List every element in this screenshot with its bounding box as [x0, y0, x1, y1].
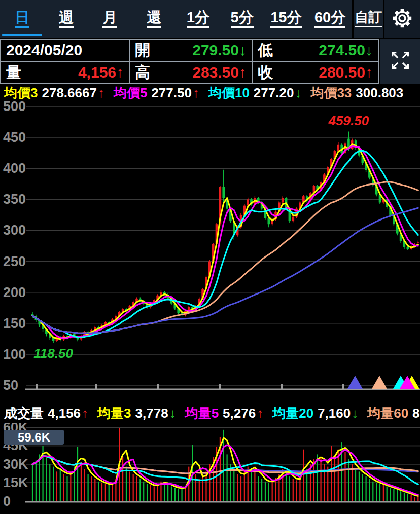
- legend-item: 均價3278.6667↑: [4, 84, 104, 101]
- date-cell: 2024/05/20: [1, 40, 129, 61]
- volume-max-badge: 59.6K: [4, 430, 64, 445]
- volume-arrow-icon: ↑: [116, 64, 124, 81]
- legend-item: 均量207,160↓: [272, 405, 358, 422]
- legend-item: 均量55,276↑: [185, 405, 264, 422]
- legend-ma-value: 277.50: [151, 85, 192, 101]
- open-cell: 開 279.50 ↓: [130, 40, 252, 61]
- tab-week[interactable]: 週: [44, 0, 88, 38]
- svg-text:350: 350: [3, 192, 26, 207]
- high-annotation: 459.50: [328, 113, 369, 128]
- high-value: 283.50: [192, 64, 239, 81]
- legend-ma-value: 4,156: [48, 406, 81, 421]
- svg-text:500: 500: [3, 101, 26, 114]
- legend-trend-arrow-icon: ↑: [193, 85, 199, 101]
- svg-text:250: 250: [3, 254, 26, 269]
- tab-custom-label: 自訂: [355, 11, 382, 27]
- legend-trend-arrow-icon: ↓: [352, 406, 358, 421]
- legend-ma-label: 均量5: [185, 405, 219, 422]
- price-annotations: 459.50118.50: [33, 113, 369, 361]
- fullscreen-button[interactable]: [380, 39, 420, 84]
- tab-15min-label: 15分: [270, 10, 301, 28]
- close-value: 280.50: [319, 64, 365, 81]
- legend-item: 均量33,778↓: [97, 405, 176, 422]
- open-label: 開: [135, 40, 150, 61]
- tab-60min-label: 60分: [314, 10, 345, 28]
- legend-ma-label: 均價3: [4, 84, 38, 101]
- tab-restore[interactable]: 還: [132, 0, 176, 38]
- tab-week-label: 週: [59, 10, 74, 28]
- triangle-marker-icon: [372, 376, 387, 389]
- ma-price-3: [32, 144, 418, 339]
- legend-ma-label: 均價10: [208, 84, 250, 101]
- tab-5min-label: 5分: [231, 10, 254, 28]
- settings-button[interactable]: [384, 0, 420, 38]
- tab-month[interactable]: 月: [88, 0, 132, 38]
- ma-price-10: [32, 151, 418, 337]
- legend-ma-value: 300.803: [356, 85, 403, 101]
- tab-custom[interactable]: 自訂: [354, 0, 383, 38]
- timeframe-tabs: 日週月還1分5分15分60分: [0, 0, 352, 38]
- gear-icon: [391, 7, 414, 32]
- low-label: 低: [258, 40, 273, 61]
- volume-value: 4,156: [78, 64, 116, 81]
- tab-5min[interactable]: 5分: [220, 0, 264, 38]
- volume-ma-lines: [32, 438, 418, 496]
- volume-cell: 量 4,156 ↑: [1, 62, 129, 83]
- legend-ma-value: 5,276: [223, 406, 256, 421]
- tab-60min[interactable]: 60分: [308, 0, 352, 38]
- legend-ma-label: 均價33: [310, 84, 352, 101]
- legend-ma-value: 3,778: [135, 406, 168, 421]
- legend-ma-label: 均量3: [97, 405, 131, 422]
- legend-ma-value: 277.20: [254, 85, 294, 101]
- svg-text:200: 200: [3, 285, 26, 300]
- triangle-marker-icon: [347, 376, 363, 389]
- tab-month-label: 月: [102, 10, 117, 28]
- ma-price-5: [32, 146, 418, 338]
- svg-text:100: 100: [3, 347, 26, 362]
- expand-arrows-icon: [389, 49, 412, 74]
- legend-trend-arrow-icon: ↑: [257, 406, 263, 421]
- date-value: 2024/05/20: [6, 42, 82, 59]
- legend-ma-label: 成交量: [4, 405, 44, 422]
- ma-price-66: [32, 208, 418, 333]
- tab-15min[interactable]: 15分: [264, 0, 308, 38]
- svg-text:400: 400: [3, 161, 26, 176]
- signal-triangle-markers: [347, 376, 419, 389]
- close-arrow-icon: ↑: [365, 64, 373, 81]
- svg-text:15K: 15K: [3, 475, 28, 490]
- open-arrow-icon: ↓: [239, 42, 247, 59]
- legend-ma-label: 均量20: [272, 405, 313, 422]
- tab-1min-label: 1分: [187, 10, 209, 28]
- svg-text:450: 450: [3, 130, 26, 145]
- legend-ma-label: 均量60: [367, 405, 408, 422]
- low-arrow-icon: ↓: [365, 42, 373, 59]
- tab-day[interactable]: 日: [0, 0, 44, 38]
- svg-text:50: 50: [3, 378, 18, 393]
- open-value: 279.50: [192, 42, 239, 59]
- legend-item: 均價10277.20↓: [208, 84, 301, 101]
- legend-trend-arrow-icon: ↓: [169, 406, 176, 421]
- legend-item: 成交量4,156↑: [4, 405, 88, 422]
- tab-1min[interactable]: 1分: [176, 0, 220, 38]
- close-label: 收: [258, 62, 273, 83]
- legend-trend-arrow-icon: ↑: [82, 406, 88, 421]
- candles-group: [31, 131, 419, 343]
- svg-text:150: 150: [3, 316, 26, 331]
- tab-day-label: 日: [15, 10, 29, 28]
- low-cell: 低 274.50 ↓: [253, 40, 378, 61]
- high-cell: 高 283.50 ↑: [130, 62, 252, 83]
- legend-ma-label: 均價5: [114, 84, 147, 101]
- high-arrow-icon: ↑: [239, 64, 247, 81]
- legend-item: 均量608: [367, 405, 419, 422]
- svg-text:30K: 30K: [3, 457, 28, 472]
- legend-ma-value: 278.6667: [42, 85, 96, 101]
- legend-trend-arrow-icon: ↓: [295, 85, 301, 101]
- volume-ma-legend: 成交量4,156↑均量33,778↓均量55,276↑均量207,160↓均量6…: [0, 403, 420, 423]
- price-chart[interactable]: 50045040035030025020015010050459.50118.5…: [0, 101, 420, 403]
- price-ma-lines: [32, 144, 418, 339]
- svg-text:0: 0: [3, 494, 11, 509]
- ohlc-table: 2024/05/20 開 279.50 ↓ 低 274.50 ↓ 量 4,156…: [0, 39, 379, 84]
- high-label: 高: [135, 62, 150, 83]
- legend-ma-value: 7,160: [318, 406, 351, 421]
- tab-restore-label: 還: [147, 10, 161, 28]
